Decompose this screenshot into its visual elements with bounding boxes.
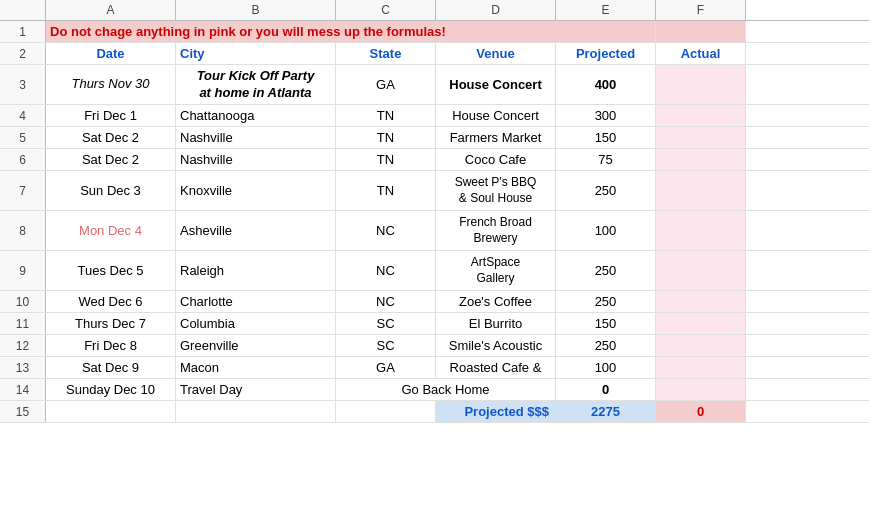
row12-city: Greenville <box>176 335 336 356</box>
row9-projected: 250 <box>556 251 656 290</box>
row-5: 5 Sat Dec 2 Nashville TN Farmers Market … <box>0 127 869 149</box>
row10-actual <box>656 291 746 312</box>
row4-venue: House Concert <box>436 105 556 126</box>
row-11: 11 Thurs Dec 7 Columbia SC El Burrito 15… <box>0 313 869 335</box>
rownum-15: 15 <box>0 401 46 422</box>
header-projected: Projected <box>556 43 656 64</box>
row15-projected-total: 2275 <box>556 401 656 422</box>
row3-venue: House Concert <box>436 65 556 104</box>
rownum-8: 8 <box>0 211 46 250</box>
row10-state: NC <box>336 291 436 312</box>
header-state: State <box>336 43 436 64</box>
row3-city: Tour Kick Off Partyat home in Atlanta <box>176 65 336 104</box>
row-1: 1 Do not chage anything in pink or you w… <box>0 21 869 43</box>
rownum-2: 2 <box>0 43 46 64</box>
row13-city: Macon <box>176 357 336 378</box>
row-15: 15 Projected $$$ 2275 0 <box>0 401 869 423</box>
column-headers-row: A B C D E F <box>0 0 869 21</box>
row10-city: Charlotte <box>176 291 336 312</box>
row9-city: Raleigh <box>176 251 336 290</box>
row-6: 6 Sat Dec 2 Nashville TN Coco Cafe 75 <box>0 149 869 171</box>
row-14: 14 Sunday Dec 10 Travel Day Go Back Home… <box>0 379 869 401</box>
row9-date: Tues Dec 5 <box>46 251 176 290</box>
row-13: 13 Sat Dec 9 Macon GA Roasted Cafe & 100 <box>0 357 869 379</box>
row13-projected: 100 <box>556 357 656 378</box>
row6-date: Sat Dec 2 <box>46 149 176 170</box>
col-header-d: D <box>436 0 556 20</box>
row8-projected: 100 <box>556 211 656 250</box>
row13-state: GA <box>336 357 436 378</box>
row10-venue: Zoe's Coffee <box>436 291 556 312</box>
row-4: 4 Fri Dec 1 Chattanooga TN House Concert… <box>0 105 869 127</box>
rownum-1: 1 <box>0 21 46 42</box>
row14-city: Travel Day <box>176 379 336 400</box>
row13-venue: Roasted Cafe & <box>436 357 556 378</box>
rownum-6: 6 <box>0 149 46 170</box>
row3-actual <box>656 65 746 104</box>
row6-projected: 75 <box>556 149 656 170</box>
row7-city: Knoxville <box>176 171 336 210</box>
rownum-4: 4 <box>0 105 46 126</box>
row-12: 12 Fri Dec 8 Greenville SC Smile's Acous… <box>0 335 869 357</box>
rownum-9: 9 <box>0 251 46 290</box>
row10-date: Wed Dec 6 <box>46 291 176 312</box>
col-header-c: C <box>336 0 436 20</box>
row5-projected: 150 <box>556 127 656 148</box>
row1-col-f <box>656 21 746 42</box>
rownum-10: 10 <box>0 291 46 312</box>
header-venue: Venue <box>436 43 556 64</box>
row-2: 2 Date City State Venue Projected Actual <box>0 43 869 65</box>
row15-label: Projected $$$ <box>436 401 556 422</box>
row11-actual <box>656 313 746 334</box>
rownum-11: 11 <box>0 313 46 334</box>
row15-empty-b <box>176 401 336 422</box>
spreadsheet: A B C D E F 1 Do not chage anything in p… <box>0 0 869 519</box>
row15-actual-total: 0 <box>656 401 746 422</box>
col-header-e: E <box>556 0 656 20</box>
row13-date: Sat Dec 9 <box>46 357 176 378</box>
row8-city: Asheville <box>176 211 336 250</box>
col-header-f: F <box>656 0 746 20</box>
row8-date: Mon Dec 4 <box>46 211 176 250</box>
row14-date: Sunday Dec 10 <box>46 379 176 400</box>
row7-venue: Sweet P's BBQ& Soul House <box>436 171 556 210</box>
row5-state: TN <box>336 127 436 148</box>
row5-actual <box>656 127 746 148</box>
header-date: Date <box>46 43 176 64</box>
warning-cell: Do not chage anything in pink or you wil… <box>46 21 656 42</box>
row12-actual <box>656 335 746 356</box>
row8-actual <box>656 211 746 250</box>
row-9: 9 Tues Dec 5 Raleigh NC ArtSpaceGallery … <box>0 251 869 291</box>
row4-date: Fri Dec 1 <box>46 105 176 126</box>
rownum-14: 14 <box>0 379 46 400</box>
row9-venue: ArtSpaceGallery <box>436 251 556 290</box>
row7-actual <box>656 171 746 210</box>
rownum-3: 3 <box>0 65 46 104</box>
row15-empty-a <box>46 401 176 422</box>
row8-venue: French BroadBrewery <box>436 211 556 250</box>
row4-state: TN <box>336 105 436 126</box>
row12-venue: Smile's Acoustic <box>436 335 556 356</box>
row11-venue: El Burrito <box>436 313 556 334</box>
row-10: 10 Wed Dec 6 Charlotte NC Zoe's Coffee 2… <box>0 291 869 313</box>
row11-city: Columbia <box>176 313 336 334</box>
header-actual: Actual <box>656 43 746 64</box>
row12-state: SC <box>336 335 436 356</box>
rownum-7: 7 <box>0 171 46 210</box>
row6-state: TN <box>336 149 436 170</box>
row4-city: Chattanooga <box>176 105 336 126</box>
col-header-b: B <box>176 0 336 20</box>
col-header-a: A <box>46 0 176 20</box>
row-8: 8 Mon Dec 4 Asheville NC French BroadBre… <box>0 211 869 251</box>
row7-date: Sun Dec 3 <box>46 171 176 210</box>
rownum-5: 5 <box>0 127 46 148</box>
row14-state: Go Back Home <box>336 379 556 400</box>
row10-projected: 250 <box>556 291 656 312</box>
row5-city: Nashville <box>176 127 336 148</box>
corner-cell <box>0 0 46 20</box>
row5-date: Sat Dec 2 <box>46 127 176 148</box>
row11-state: SC <box>336 313 436 334</box>
row9-state: NC <box>336 251 436 290</box>
row4-actual <box>656 105 746 126</box>
row11-date: Thurs Dec 7 <box>46 313 176 334</box>
